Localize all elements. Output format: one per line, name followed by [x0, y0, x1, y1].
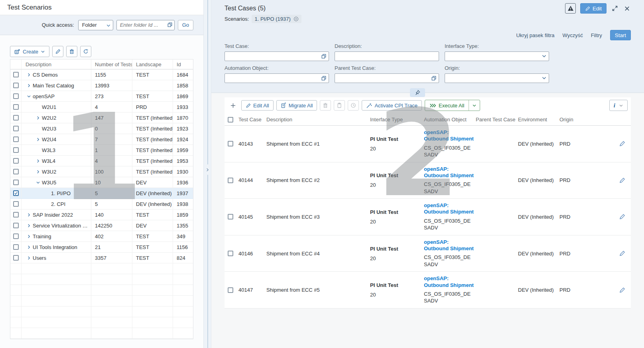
execute-all-dropdown[interactable] — [469, 100, 480, 111]
expand-toggle-icon[interactable] — [25, 256, 33, 260]
paste-button[interactable] — [334, 100, 345, 111]
row-checkbox[interactable] — [13, 233, 19, 239]
scenario-row[interactable]: CS Demos 1155 TEST 1684 — [10, 69, 193, 80]
row-checkbox[interactable] — [13, 190, 19, 196]
scenario-row[interactable]: UI Tools Integration 21 TEST 1156 — [10, 242, 193, 253]
row-checkbox[interactable] — [228, 287, 233, 293]
row-checkbox[interactable] — [13, 201, 19, 207]
filter-field-input[interactable] — [225, 52, 329, 61]
panel-splitter[interactable] — [203, 0, 211, 348]
row-checkbox[interactable] — [228, 214, 233, 219]
row-checkbox[interactable] — [228, 251, 233, 256]
scenario-row[interactable]: 2. CPI 5 DEV (Inherited) 1938 — [10, 199, 193, 210]
row-checkbox[interactable] — [13, 147, 19, 153]
expand-toggle-icon[interactable] — [34, 180, 42, 185]
row-checkbox[interactable] — [13, 136, 19, 142]
row-checkbox[interactable] — [13, 93, 19, 99]
value-help-icon[interactable] — [167, 22, 173, 28]
scenario-row[interactable]: W3U5 10 DEV 1936 — [10, 177, 193, 188]
scenario-row[interactable]: W2U1 4 PRD 1933 — [10, 102, 193, 113]
column-header-parent-test-case[interactable]: Parent Test Case — [474, 117, 516, 123]
edit-button[interactable] — [52, 46, 63, 57]
expand-toggle-icon[interactable] — [25, 223, 33, 228]
history-button[interactable] — [348, 100, 359, 111]
scenario-row[interactable]: Service Virtualization Sc... 142250 DEV … — [10, 220, 193, 231]
edit-row-icon[interactable] — [619, 214, 625, 220]
edit-button[interactable]: Edit — [580, 3, 607, 14]
scenario-row[interactable]: W2U3 0 TEST (Inherited) 1923 — [10, 123, 193, 134]
row-checkbox[interactable] — [13, 126, 19, 131]
column-header-environment[interactable]: Environment — [516, 117, 557, 123]
scenario-token[interactable]: 1. PI/PO (1937) — [252, 15, 301, 23]
test-case-row[interactable]: 40144 Shipment from ECC #2 PI Unit Test … — [225, 162, 631, 199]
scenario-row[interactable]: W2U2 147 TEST (Inherited) 1870 — [10, 113, 193, 123]
start-button[interactable]: Start — [610, 30, 631, 40]
automation-object-link[interactable]: openSAP: Outbound Shipment — [424, 202, 474, 216]
row-checkbox[interactable] — [13, 104, 19, 110]
scenario-row[interactable]: openSAP 273 TEST 1869 — [10, 91, 193, 102]
filter-field-input[interactable] — [225, 74, 329, 83]
value-help-icon[interactable] — [321, 75, 327, 81]
select-all-checkbox[interactable] — [225, 117, 236, 123]
expand-toggle-icon[interactable] — [25, 83, 33, 88]
close-icon[interactable] — [623, 5, 631, 12]
scenario-row[interactable]: Users 3357 TEST 824 — [10, 253, 193, 263]
row-checkbox[interactable] — [13, 115, 19, 121]
test-case-row[interactable]: 40143 Shipment from ECC #1 PI Unit Test … — [225, 126, 631, 162]
filter-field-input[interactable] — [445, 52, 549, 61]
chevron-down-icon[interactable] — [542, 75, 547, 81]
automation-object-link[interactable]: openSAP: Outbound Shipment — [424, 129, 474, 142]
automation-object-link[interactable]: openSAP: Outbound Shipment — [424, 275, 474, 289]
expand-toggle-icon[interactable] — [25, 213, 33, 217]
fullscreen-icon[interactable] — [611, 4, 619, 12]
token-remove-icon[interactable] — [293, 16, 299, 22]
scenario-row[interactable]: SAP Insider 2022 140 TEST 1859 — [10, 210, 193, 220]
hide-filter-bar-link[interactable]: Ukryj pasek filtra — [516, 32, 554, 38]
scenario-row[interactable]: Training 402 TEST 349 — [10, 231, 193, 242]
column-header-description[interactable]: Description — [264, 117, 368, 123]
row-checkbox[interactable] — [228, 141, 233, 146]
execute-all-button[interactable]: Execute All — [425, 100, 469, 111]
go-button[interactable]: Go — [178, 20, 193, 30]
row-checkbox[interactable] — [228, 178, 233, 183]
column-header-number-of-tests[interactable]: Number of Tests — [91, 59, 132, 69]
expand-toggle-icon[interactable] — [25, 234, 33, 239]
chevron-down-icon[interactable] — [542, 53, 547, 59]
scenario-row[interactable]: W3U2 100 TEST (Inherited) 1930 — [10, 166, 193, 177]
column-header-landscape[interactable]: Landscape — [132, 59, 173, 69]
row-checkbox[interactable] — [13, 158, 19, 164]
edit-row-icon[interactable] — [619, 250, 625, 257]
scenario-row[interactable]: W3L3 1 TEST (Inherited) 1959 — [10, 145, 193, 156]
column-header-origin[interactable]: Origin — [557, 117, 595, 123]
value-help-icon[interactable] — [321, 53, 327, 59]
filters-link[interactable]: Filtry — [591, 32, 602, 38]
expand-toggle-icon[interactable] — [25, 94, 33, 99]
info-button[interactable]: i — [609, 100, 628, 111]
pin-filter-bar-button[interactable] — [410, 88, 425, 97]
quick-access-type-select[interactable]: Folder — [78, 20, 113, 30]
automation-object-link[interactable]: openSAP: Outbound Shipment — [424, 239, 474, 252]
expand-toggle-icon[interactable] — [34, 170, 42, 174]
edit-row-icon[interactable] — [619, 287, 625, 293]
activate-cpi-trace-button[interactable]: Activate CPI Trace — [362, 100, 422, 111]
migrate-all-button[interactable]: Migrate All — [276, 100, 317, 111]
expand-toggle-icon[interactable] — [25, 245, 33, 249]
expand-toggle-icon[interactable] — [34, 116, 42, 120]
scenario-row[interactable]: Main Test Catalog 13993 1858 — [10, 80, 193, 91]
filter-field-input[interactable] — [445, 74, 549, 83]
row-checkbox[interactable] — [13, 169, 19, 174]
column-header-interface-type[interactable]: Interface Type — [368, 117, 422, 123]
column-header-automation-object[interactable]: Automation Object — [422, 117, 474, 123]
refresh-button[interactable] — [80, 46, 91, 57]
delete-button[interactable] — [66, 46, 77, 57]
automation-object-link[interactable]: openSAP: Outbound Shipment — [424, 166, 474, 179]
test-case-row[interactable]: 40145 Shipment from ECC #3 PI Unit Test … — [225, 199, 631, 235]
test-case-row[interactable]: 40147 Shipment from ECC #5 PI Unit Test … — [225, 272, 631, 308]
row-checkbox[interactable] — [13, 72, 19, 77]
value-help-icon[interactable] — [431, 75, 437, 81]
row-checkbox[interactable] — [13, 180, 19, 185]
scenario-row[interactable]: 1. PI/PO 5 DEV (Inherited) 1937 — [10, 188, 193, 199]
column-header-description[interactable]: Description — [22, 59, 91, 69]
messages-button[interactable] — [565, 3, 576, 14]
folder-id-input[interactable] — [116, 20, 175, 30]
